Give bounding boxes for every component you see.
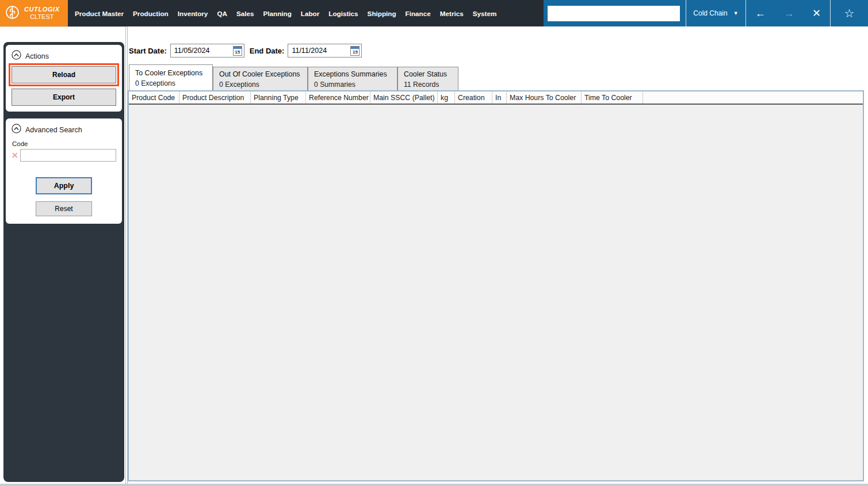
favorite-star-icon[interactable]: ☆ [844, 7, 855, 19]
actions-panel: Actions Reload Export [6, 45, 122, 112]
advanced-search-panel: Advanced Search Code ✕ Apply Reset [6, 118, 122, 224]
nav-icons: ← → ✕ [746, 8, 830, 18]
collapse-chevron-icon [12, 50, 21, 62]
window-bottom-edge [0, 484, 868, 486]
end-date-input[interactable] [288, 47, 350, 55]
menu-item[interactable]: Finance [401, 10, 435, 17]
start-date-field: 15 [170, 44, 244, 58]
actions-panel-header[interactable]: Actions [12, 48, 116, 66]
logo-block[interactable]: CUTLOGIX CLTEST [0, 0, 68, 26]
export-button[interactable]: Export [12, 89, 116, 106]
data-table: Product CodeProduct DescriptionPlanning … [128, 90, 864, 481]
back-arrow-icon[interactable]: ← [755, 8, 766, 18]
column-header[interactable]: Planning Type [251, 91, 306, 104]
column-header[interactable]: Time To Cooler [582, 91, 643, 104]
table-body[interactable] [129, 105, 863, 480]
menu-item[interactable]: QA [212, 10, 232, 17]
advanced-search-panel-title: Advanced Search [25, 126, 82, 134]
menu-item[interactable]: Logistics [324, 10, 362, 17]
column-header[interactable]: Creation [455, 91, 492, 104]
start-date-label: Start Date: [129, 47, 167, 55]
close-icon[interactable]: ✕ [812, 8, 821, 18]
code-label: Code [12, 140, 116, 147]
menu-item[interactable]: Planning [258, 10, 296, 17]
advanced-search-panel-header[interactable]: Advanced Search [12, 122, 116, 140]
column-header[interactable]: Reference Number [306, 91, 370, 104]
menu-item[interactable]: Product Master [70, 10, 128, 17]
module-selector-label: Cold Chain [693, 9, 727, 17]
menu-item[interactable]: Labor [296, 10, 324, 17]
end-date-label: End Date: [250, 47, 285, 55]
search-area [544, 6, 686, 21]
tab[interactable]: Cooler Status 11 Records [397, 67, 458, 90]
code-input[interactable] [20, 149, 116, 162]
chevron-down-icon: ▼ [733, 10, 739, 16]
date-filter-row: Start Date: 15 End Date: 15 [129, 44, 367, 58]
main-menu: Product MasterProductionInventoryQASales… [68, 0, 501, 26]
tab[interactable]: Out Of Cooler Exceptions 0 Exceptions [213, 67, 308, 90]
column-header[interactable]: Max Hours To Cooler [507, 91, 582, 104]
topbar: CUTLOGIX CLTEST Product MasterProduction… [0, 0, 868, 26]
reset-button[interactable]: Reset [36, 201, 92, 216]
calendar-icon[interactable]: 15 [350, 46, 360, 56]
end-date-field: 15 [288, 44, 362, 58]
column-header-filler [643, 91, 863, 104]
tab-strip: To Cooler Exceptions 0 Exceptions Out Of… [129, 64, 458, 90]
menu-item[interactable]: Inventory [173, 10, 213, 17]
table-header-row: Product CodeProduct DescriptionPlanning … [129, 91, 863, 105]
reload-button[interactable]: Reload [12, 66, 116, 83]
environment-name: CLTEST [30, 13, 53, 21]
main-content: Start Date: 15 End Date: 15 To Cooler Ex… [128, 26, 868, 486]
tab[interactable]: To Cooler Exceptions 0 Exceptions [129, 64, 213, 90]
collapse-chevron-icon [12, 124, 21, 136]
actions-panel-title: Actions [25, 52, 49, 60]
brand-icon [5, 5, 20, 22]
column-header[interactable]: kg [438, 91, 455, 104]
menu-item[interactable]: Sales [232, 10, 259, 17]
forward-arrow-icon[interactable]: → [783, 8, 794, 18]
tab[interactable]: Exceptions Summaries 0 Summaries [308, 67, 397, 90]
column-header[interactable]: Product Code [129, 91, 179, 104]
sidebar: Actions Reload Export Advanced Search Co… [3, 42, 124, 482]
brand-name: CUTLOGIX [24, 6, 60, 13]
menu-item[interactable]: Production [128, 10, 173, 17]
menu-item[interactable]: Shipping [363, 10, 401, 17]
menu-item[interactable]: System [468, 10, 502, 17]
column-header[interactable]: Product Description [179, 91, 251, 104]
start-date-input[interactable] [171, 47, 233, 55]
calendar-icon[interactable]: 15 [233, 46, 242, 56]
clear-icon[interactable]: ✕ [12, 151, 18, 159]
menu-item[interactable]: Metrics [435, 10, 468, 17]
global-search-input[interactable] [548, 6, 680, 21]
module-selector[interactable]: Cold Chain ▼ [686, 9, 745, 17]
topbar-right-section: Cold Chain ▼ ← → ✕ ☆ [544, 0, 868, 26]
apply-button[interactable]: Apply [36, 177, 92, 194]
column-header[interactable]: Main SSCC (Pallet) [370, 91, 438, 104]
favorite-area: ☆ [831, 7, 868, 19]
column-header[interactable]: In [492, 91, 507, 104]
